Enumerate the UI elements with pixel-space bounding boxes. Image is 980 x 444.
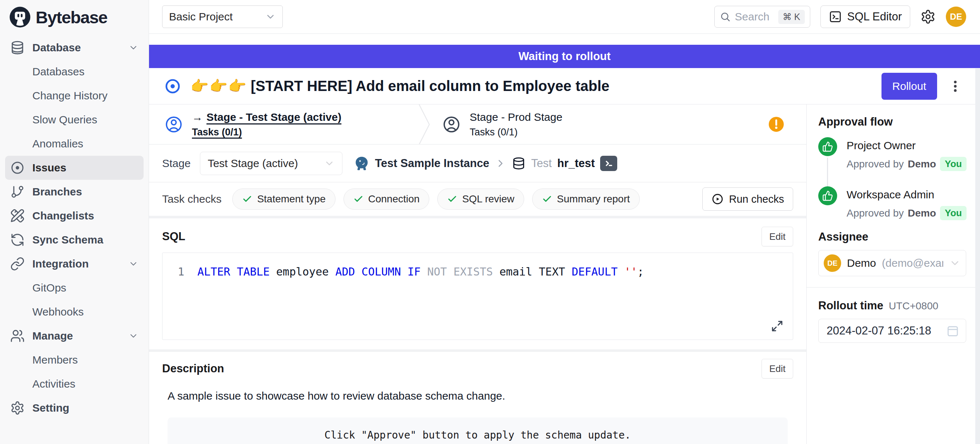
brand-name: Bytebase [36, 7, 107, 27]
sidebar-item-sync-schema[interactable]: Sync Schema [5, 228, 143, 252]
sidebar-item-label: Manage [32, 330, 121, 342]
approval-step-project-owner: Project OwnerApproved byDemoYou [818, 137, 966, 186]
postgresql-icon [354, 156, 369, 171]
approval-status: Approved byDemoYou [846, 206, 967, 220]
sidebar-item-change-history[interactable]: Change History [5, 84, 143, 108]
search-placeholder: Search [735, 11, 770, 23]
search-shortcut-badge: ⌘ K [778, 10, 805, 24]
sql-token-keyword: IF [407, 265, 427, 278]
check-icon [542, 194, 552, 204]
gear-icon[interactable] [920, 9, 935, 24]
project-selector[interactable]: Basic Project [162, 5, 283, 28]
search-icon [720, 11, 731, 22]
sql-statement: ALTER TABLE employee ADD COLUMN IF NOT E… [197, 265, 644, 278]
sidebar-item-label: Webhooks [32, 306, 138, 318]
assignee-name: Demo [847, 257, 876, 269]
changelist-icon [10, 209, 25, 223]
stage-tab-prod[interactable]: Stage - Prod Stage Tasks (0/1) [431, 104, 806, 144]
database-icon [10, 40, 25, 55]
play-circle-icon [711, 193, 724, 205]
assignee-select[interactable]: DE Demo (demo@example [818, 250, 966, 276]
stage-assignee-icon [164, 115, 183, 134]
stage-select-value: Test Stage (active) [208, 157, 298, 169]
approval-step-body: Project OwnerApproved byDemoYou [846, 137, 967, 171]
sql-token-plain: email [500, 265, 539, 278]
rollout-button[interactable]: Rollout [881, 73, 937, 100]
task-check-pill-connection[interactable]: Connection [344, 188, 430, 210]
sidebar-item-gitops[interactable]: GitOps [5, 276, 143, 300]
issue-title: 👉👉👉[START HERE] Add email column to Empl… [191, 78, 609, 94]
stage-tab-prod-texts: Stage - Prod Stage Tasks (0/1) [469, 111, 562, 138]
sync-icon [10, 233, 25, 247]
task-checks-label: Task checks [162, 193, 221, 205]
chevron-down-icon [128, 43, 138, 53]
sidebar-item-webhooks[interactable]: Webhooks [5, 300, 143, 324]
sidebar-item-integration[interactable]: Integration [5, 252, 143, 276]
calendar-icon[interactable] [946, 324, 959, 337]
task-check-pill-statement-type[interactable]: Statement type [232, 188, 335, 210]
stage-tab-prod-tasks: Tasks (0/1) [469, 127, 562, 138]
check-icon [447, 194, 457, 204]
open-sql-editor-icon[interactable] [600, 156, 617, 171]
task-check-label: Connection [368, 193, 420, 205]
stage-select[interactable]: Test Stage (active) [200, 152, 342, 175]
more-menu-icon[interactable] [947, 79, 964, 94]
sidebar-item-label: Databases [32, 65, 138, 78]
sidebar-item-label: Integration [32, 258, 121, 270]
approval-step-body: Workspace AdminApproved byDemoYou [846, 186, 967, 220]
run-checks-label: Run checks [729, 193, 784, 205]
sidebar-item-changelists[interactable]: Changelists [5, 204, 143, 228]
assignee-heading: Assignee [818, 230, 966, 243]
sidebar-item-branches[interactable]: Branches [5, 180, 143, 204]
task-check-pills: Statement typeConnectionSQL reviewSummar… [232, 188, 640, 210]
expand-editor-icon[interactable] [771, 320, 783, 332]
task-check-pill-summary-report[interactable]: Summary report [532, 188, 640, 210]
users-icon [10, 329, 25, 343]
status-banner: Waiting to rollout [149, 45, 980, 68]
chevron-down-icon [128, 259, 138, 269]
task-check-pill-sql-review[interactable]: SQL review [437, 188, 524, 210]
sidebar-nav: DatabaseDatabasesChange HistorySlow Quer… [0, 34, 149, 422]
issue-detail: →Stage - Test Stage (active) Tasks (0/1)… [149, 104, 807, 444]
description-text: A sample issue to showcase how to review… [167, 390, 793, 402]
rollout-time-header: Rollout time UTC+0800 [818, 299, 966, 312]
stage-tabs: →Stage - Test Stage (active) Tasks (0/1)… [149, 104, 806, 144]
sql-code-line: 1 ALTER TABLE employee ADD COLUMN IF NOT… [162, 265, 793, 278]
scrollbar-track[interactable] [975, 69, 980, 444]
rollout-time-input[interactable]: 2024-02-07 16:25:18 [818, 319, 966, 343]
chevron-down-icon [128, 331, 138, 341]
instance-name[interactable]: Test Sample Instance [375, 157, 489, 170]
user-avatar[interactable]: DE [946, 6, 966, 27]
rollout-timezone: UTC+0800 [889, 300, 938, 312]
issue-title-row: 👉👉👉[START HERE] Add email column to Empl… [149, 68, 980, 104]
sidebar-item-manage[interactable]: Manage [5, 324, 143, 348]
sidebar-item-issues[interactable]: Issues [5, 156, 143, 180]
chevron-down-icon [324, 158, 335, 169]
run-checks-button[interactable]: Run checks [702, 187, 793, 211]
description-edit-button[interactable]: Edit [762, 359, 793, 379]
database-name[interactable]: hr_test [557, 157, 595, 170]
stage-tab-test-tasks[interactable]: Tasks (0/1) [192, 127, 341, 138]
search-input[interactable]: Search ⌘ K [714, 6, 810, 28]
sql-edit-button[interactable]: Edit [762, 227, 793, 246]
sidebar-item-database[interactable]: Database [5, 36, 143, 60]
sidebar-item-label: Database [32, 42, 121, 54]
sidebar-item-databases[interactable]: Databases [5, 60, 143, 84]
brand-logo[interactable]: Bytebase [0, 0, 149, 34]
sidebar-item-slow-queries[interactable]: Slow Queries [5, 108, 143, 132]
sql-token-keyword: ALTER TABLE [197, 265, 276, 278]
sidebar-item-label: Members [32, 354, 138, 366]
sidebar-item-members[interactable]: Members [5, 348, 143, 372]
sidebar-item-anomalies[interactable]: Anomalies [5, 132, 143, 156]
sidebar-item-label: Setting [32, 402, 138, 414]
sidebar-item-setting[interactable]: Setting [5, 396, 143, 420]
section-divider [149, 350, 806, 352]
sql-editor[interactable]: 1 ALTER TABLE employee ADD COLUMN IF NOT… [162, 252, 793, 340]
stage-label: Stage [162, 157, 191, 169]
task-checks-row: Task checks Statement typeConnectionSQL … [149, 182, 806, 218]
stage-tab-test[interactable]: →Stage - Test Stage (active) Tasks (0/1) [149, 104, 418, 144]
sql-editor-button[interactable]: SQL Editor [821, 5, 910, 28]
approval-role: Project Owner [846, 137, 967, 152]
stage-tab-test-name: →Stage - Test Stage (active) [192, 111, 341, 123]
sidebar-item-activities[interactable]: Activities [5, 372, 143, 396]
